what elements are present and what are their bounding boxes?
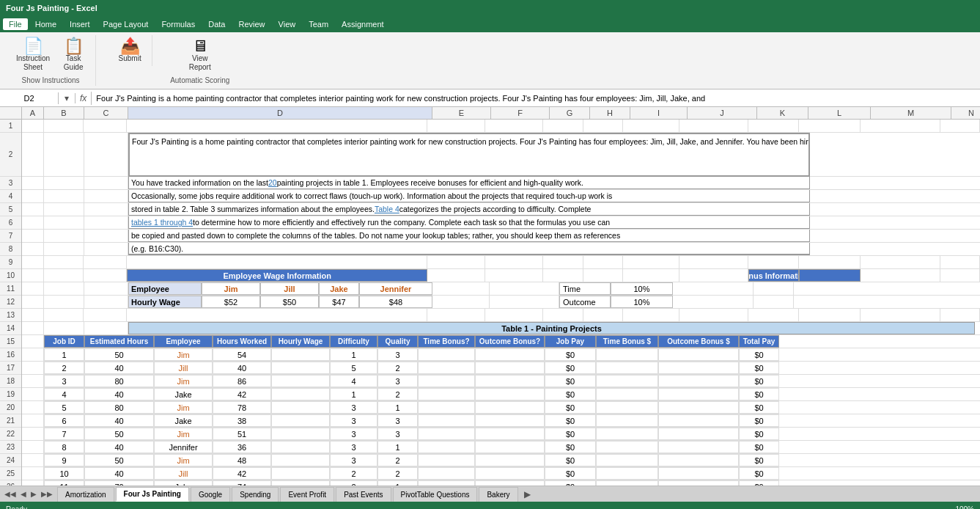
cell-k25[interactable]: $0 [545, 467, 596, 480]
cell-b18[interactable]: 3 [44, 375, 84, 387]
cell-g10[interactable] [543, 269, 583, 282]
cell-i1[interactable] [623, 120, 679, 132]
tab-prev-icon[interactable]: ◀◀ [3, 490, 18, 498]
cell-l20[interactable] [596, 401, 658, 414]
cell-l10-bonus-header2[interactable] [799, 269, 861, 282]
cell-j13[interactable] [679, 309, 748, 321]
menu-home[interactable]: Home [29, 18, 62, 30]
cell-c8[interactable] [84, 243, 128, 255]
cell-k16[interactable]: $0 [545, 348, 596, 361]
cell-i17[interactable] [418, 362, 475, 374]
cell-l1[interactable] [799, 120, 861, 132]
cell-f23[interactable] [271, 441, 330, 453]
cell-d6[interactable]: tables 1 through 4 to determine how to m… [128, 216, 810, 229]
cell-c10[interactable] [84, 269, 127, 282]
cell-e18[interactable]: 86 [213, 375, 271, 387]
cell-n9[interactable] [940, 256, 980, 268]
cell-l23[interactable] [596, 441, 658, 453]
cell-h25[interactable]: 2 [377, 467, 418, 480]
cell-e13[interactable] [427, 309, 485, 321]
cell-a16[interactable] [22, 348, 44, 361]
cell-a3[interactable] [22, 177, 44, 189]
cell-a12[interactable] [22, 296, 44, 308]
cell-f11-jill[interactable]: Jill [260, 282, 319, 295]
cell-h20[interactable]: 1 [377, 401, 418, 414]
cell-k24[interactable]: $0 [545, 454, 596, 466]
cell-f12-jill-wage[interactable]: $50 [260, 296, 319, 308]
menu-file[interactable]: File [3, 18, 28, 30]
cell-e20[interactable]: 78 [213, 401, 271, 414]
cell-l21[interactable] [596, 414, 658, 427]
cell-g9[interactable] [543, 256, 583, 268]
task-guide-button[interactable]: 📋 TaskGuide [57, 37, 89, 73]
cell-a20[interactable] [22, 401, 44, 414]
cell-j15-outcome-bonus[interactable]: Outcome Bonus? [475, 335, 545, 348]
cell-l26[interactable] [596, 480, 658, 486]
cell-b7[interactable] [44, 230, 84, 242]
cell-b22[interactable]: 7 [44, 428, 84, 440]
cell-l22[interactable] [596, 428, 658, 440]
cell-a15[interactable] [22, 335, 44, 348]
cell-c24[interactable]: 50 [84, 454, 154, 466]
cell-e17[interactable]: 40 [213, 362, 271, 374]
cell-b3[interactable] [44, 177, 84, 189]
cell-j11[interactable] [490, 282, 559, 295]
cell-c13[interactable] [84, 309, 127, 321]
cell-n19[interactable]: $0 [739, 388, 779, 400]
cell-m18[interactable] [658, 375, 739, 387]
cell-e16[interactable]: 54 [213, 348, 271, 361]
cell-e15-hours-worked[interactable]: Hours Worked [213, 335, 271, 348]
cell-j24[interactable] [475, 454, 545, 466]
cell-k22[interactable]: $0 [545, 428, 596, 440]
cell-k1[interactable] [748, 120, 799, 132]
cell-d26[interactable]: Jake [154, 480, 213, 486]
menu-review[interactable]: Review [232, 18, 270, 30]
cell-g11-jake[interactable]: Jake [319, 282, 359, 295]
cell-a1[interactable] [22, 120, 44, 132]
sheet-tab-pivot[interactable]: PivotTable Questions [393, 487, 478, 502]
cell-l17[interactable] [596, 362, 658, 374]
col-g[interactable]: G [550, 107, 590, 119]
cell-g15-difficulty[interactable]: Difficulty [330, 335, 377, 348]
cell-c15-est-hours[interactable]: Estimated Hours [84, 335, 154, 348]
cell-m17[interactable] [658, 362, 739, 374]
cell-m10[interactable] [861, 269, 940, 282]
cell-k17[interactable]: $0 [545, 362, 596, 374]
cell-d24[interactable]: Jim [154, 454, 213, 466]
menu-view[interactable]: View [273, 18, 302, 30]
cell-a5[interactable] [22, 203, 44, 216]
cell-j9[interactable] [679, 256, 748, 268]
cell-d10-emp-header[interactable]: Employee Wage Information [127, 269, 427, 282]
cell-h11-jennifer[interactable]: Jennifer [359, 282, 432, 295]
cell-c3[interactable] [84, 177, 128, 189]
cell-g21[interactable]: 3 [330, 414, 377, 427]
cell-a14[interactable] [22, 322, 44, 334]
cell-f18[interactable] [271, 375, 330, 387]
cell-n13[interactable] [940, 309, 980, 321]
cell-f1[interactable] [485, 120, 543, 132]
cell-d14-table1-title[interactable]: Table 1 - Painting Projects [128, 322, 975, 334]
cell-d2-description[interactable]: Four J's Painting is a home painting con… [128, 133, 810, 177]
cell-d7[interactable]: be copied and pasted down to complete th… [128, 230, 810, 242]
cell-e9[interactable] [427, 256, 485, 268]
col-d[interactable]: D [128, 107, 432, 119]
cell-i15-time-bonus[interactable]: Time Bonus? [418, 335, 475, 348]
cell-b10[interactable] [44, 269, 84, 282]
cell-g20[interactable]: 3 [330, 401, 377, 414]
col-i[interactable]: I [630, 107, 688, 119]
cell-f21[interactable] [271, 414, 330, 427]
cell-k20[interactable]: $0 [545, 401, 596, 414]
cell-e12-jim-wage[interactable]: $52 [202, 296, 260, 308]
cell-g19[interactable]: 1 [330, 388, 377, 400]
cell-d19[interactable]: Jake [154, 388, 213, 400]
cell-f19[interactable] [271, 388, 330, 400]
cell-d8[interactable]: (e.g. B16:C30). [128, 243, 810, 255]
view-report-button[interactable]: 🖥 ViewReport [184, 37, 216, 73]
sheet-tab-amortization[interactable]: Amortization [57, 487, 114, 502]
cell-j17[interactable] [475, 362, 545, 374]
cell-d3[interactable]: You have tracked information on the last… [128, 177, 810, 189]
cell-g18[interactable]: 4 [330, 375, 377, 387]
cell-j22[interactable] [475, 428, 545, 440]
cell-l9[interactable] [799, 256, 861, 268]
cell-h13[interactable] [583, 309, 623, 321]
